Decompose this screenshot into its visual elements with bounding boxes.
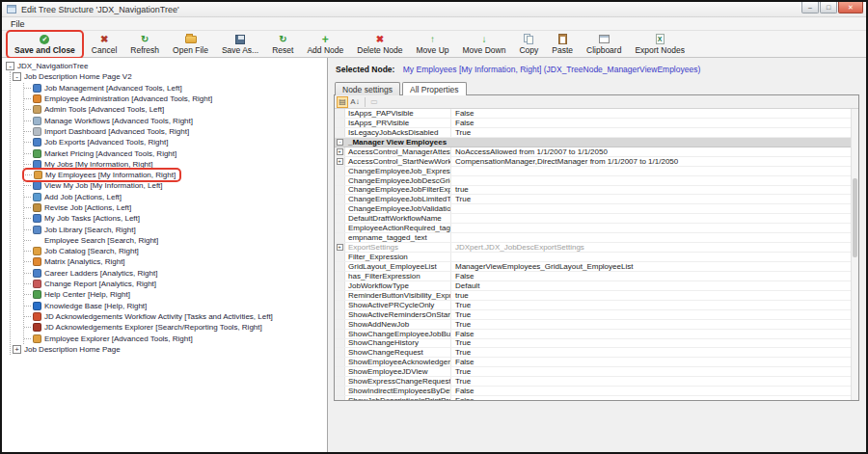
tree-node-admin-tools-advanced-tools-left-[interactable]: Admin Tools [Advanced Tools, Left] bbox=[24, 104, 327, 115]
property-row[interactable]: ChangeEmployeeJobFilterExpressiontrue bbox=[335, 186, 851, 196]
tree-node-job-description-home-page[interactable]: +Job Description Home Page bbox=[13, 344, 327, 355]
tree-node-change-report-analytics-right-[interactable]: Change Report [Analytics, Right] bbox=[24, 279, 327, 289]
menu-file[interactable]: File bbox=[9, 19, 27, 29]
tree-node-job-management-advanced-tools-left-[interactable]: Job Management [Advanced Tools, Left] bbox=[24, 83, 327, 93]
property-row[interactable]: JobWorkflowTypeDefault bbox=[335, 281, 851, 291]
expand-icon[interactable]: + bbox=[337, 148, 343, 155]
expand-icon[interactable]: + bbox=[13, 345, 21, 354]
tree-node-knowledge-base-help-right-[interactable]: Knowledge Base [Help, Right] bbox=[24, 301, 327, 311]
property-row[interactable]: +AccessControl_ManagerAttestationNoAcces… bbox=[335, 147, 851, 157]
property-row[interactable]: EmployeeActionRequired_tagged_text bbox=[335, 224, 851, 233]
scrollbar-thumb[interactable] bbox=[853, 178, 857, 257]
tree-node-revise-job-actions-left-[interactable]: Revise Job [Actions, Left] bbox=[24, 202, 327, 213]
tree-node-manage-workflows-advanced-tools-right-[interactable]: Manage Workflows [Advanced Tools, Right] bbox=[24, 115, 327, 125]
title-bar[interactable]: Edit Tree Structure 'JDX_NavigationTree'… bbox=[2, 2, 866, 17]
move-down-button[interactable]: ↓Move Down bbox=[456, 32, 513, 57]
property-row[interactable]: ShowEmployeeAcknowledgementTabPageFalse bbox=[335, 358, 851, 367]
tree-node-my-jobs-my-information-right-[interactable]: My Jobs [My Information, Right] bbox=[24, 159, 327, 170]
tree-node-my-job-tasks-actions-left-[interactable]: My Job Tasks [Actions, Left] bbox=[24, 213, 327, 224]
alphabetical-sort-icon[interactable]: A↓ bbox=[349, 96, 361, 108]
property-row[interactable]: has_FilterExpressionFalse bbox=[335, 272, 851, 281]
tree-node-my-employees-my-information-right-[interactable]: My Employees [My Information, Right] bbox=[24, 170, 179, 180]
collapse-icon[interactable]: - bbox=[13, 72, 21, 81]
open-file-button[interactable]: Open File bbox=[166, 32, 215, 57]
property-row[interactable]: ChangeEmployeeJob_Expression bbox=[335, 167, 851, 176]
property-grid: IsApps_PAPVisibleFalseIsApps_PRVisibleFa… bbox=[335, 109, 858, 401]
property-row[interactable]: ShowActiveRemindersOnStartupTrue bbox=[335, 310, 851, 320]
property-row[interactable]: +ExportSettingsJDXpert.JDX_JobDescExport… bbox=[335, 243, 851, 253]
tree-node-market-pricing-advanced-tools-right-[interactable]: Market Pricing [Advanced Tools, Right] bbox=[24, 147, 327, 158]
tree-node-import-dashboard-advanced-tools-right-[interactable]: Import Dashboard [Advanced Tools, Right] bbox=[24, 126, 327, 137]
collapse-icon[interactable]: - bbox=[6, 62, 14, 70]
property-row[interactable]: DefaultDraftWorkflowName bbox=[335, 214, 851, 224]
refresh-button[interactable]: ↻Refresh bbox=[123, 32, 166, 57]
property-row[interactable]: IsLegacyJobAcksDisabledTrue bbox=[335, 128, 851, 138]
move-up-button[interactable]: ↑Move Up bbox=[410, 32, 456, 57]
expand-icon[interactable]: + bbox=[337, 158, 343, 165]
property-row[interactable]: ShowExpressChangeRequestTrue bbox=[335, 377, 851, 387]
tab-node-settings[interactable]: Node settings bbox=[335, 82, 400, 95]
categorized-icon[interactable]: ▤ bbox=[337, 96, 348, 108]
property-row[interactable]: ShowActivePRCycleOnlyTrue bbox=[335, 301, 851, 310]
save-as--button[interactable]: Save As... bbox=[215, 32, 265, 57]
tree-node-career-ladders-analytics-right-[interactable]: Career Ladders [Analytics, Right] bbox=[24, 268, 327, 279]
tree-node-matrix-analytics-right-[interactable]: Matrix [Analytics, Right] bbox=[24, 256, 327, 267]
clipboard-button[interactable]: Clipboard bbox=[580, 32, 628, 57]
tree-node-job-description-home-page-v2[interactable]: -Job Description Home Page V2 bbox=[13, 71, 327, 82]
row-gutter bbox=[335, 320, 345, 329]
tree-node-employee-explorer-advanced-tools-right-[interactable]: Employee Explorer [Advanced Tools, Right… bbox=[24, 333, 327, 343]
add-node-button[interactable]: +Add Node bbox=[300, 32, 350, 57]
open-file-icon bbox=[185, 34, 197, 45]
property-row[interactable]: ShowChangeEmployeeJobButtonFalse bbox=[335, 330, 851, 339]
tree-node-job-library-search-right-[interactable]: Job Library [Search, Right] bbox=[24, 224, 327, 234]
tree-node-job-catalog-search-right-[interactable]: Job Catalog [Search, Right] bbox=[24, 246, 327, 256]
property-row[interactable]: GridLayout_EmployeeListManagerViewEmploy… bbox=[335, 262, 851, 272]
close-icon[interactable]: ✕ bbox=[838, 2, 863, 13]
reset-button[interactable]: ↻Reset bbox=[265, 32, 300, 57]
property-row[interactable]: ReminderButtonVisibility_Expressiontrue bbox=[335, 291, 851, 301]
property-row[interactable]: +AccessControl_StartNewWorkflowCompensat… bbox=[335, 157, 851, 167]
property-row[interactable]: ShowJobDescriptionInPrintPreviewModeFals… bbox=[335, 396, 851, 401]
property-row[interactable]: ChangeEmployeeJobValidationExpression bbox=[335, 204, 851, 214]
tree-node-view-my-job-my-information-left-[interactable]: View My Job [My Information, Left] bbox=[24, 180, 327, 191]
expand-icon[interactable]: + bbox=[337, 244, 343, 251]
tree-node-jdx-navigationtree[interactable]: -JDX_NavigationTree bbox=[6, 61, 327, 71]
property-row[interactable]: ShowChangeRequestTrue bbox=[335, 348, 851, 358]
property-row[interactable]: empname_tagged_text bbox=[335, 233, 851, 243]
save-and-close-icon: ✔ bbox=[40, 34, 49, 45]
tab-all-properties[interactable]: All Properties bbox=[402, 82, 467, 95]
collapse-icon[interactable]: - bbox=[337, 139, 343, 146]
property-row[interactable]: ShowEmployeeJDViewTrue bbox=[335, 367, 851, 377]
delete-node-button[interactable]: ✖Delete Node bbox=[350, 32, 409, 57]
property-pages-icon[interactable]: ▭ bbox=[368, 96, 380, 108]
export-nodes-button[interactable]: XExport Nodes bbox=[628, 32, 692, 57]
property-name: EmployeeActionRequired_tagged_text bbox=[345, 224, 451, 232]
tree-node-jd-acknowledgements-explorer-search-repo[interactable]: JD Acknowledgements Explorer [Search/Rep… bbox=[24, 322, 327, 333]
property-grid-scrollbar[interactable] bbox=[851, 109, 858, 401]
tree-node-help-center-help-right-[interactable]: Help Center [Help, Right] bbox=[24, 289, 327, 300]
save-and-close-button[interactable]: ✔Save and Close bbox=[8, 32, 82, 57]
tree-node-jd-acknowledgements-workflow-activity-ta[interactable]: JD Acknowledgements Workflow Activity [T… bbox=[24, 311, 327, 322]
tree-node-job-exports-advanced-tools-right-[interactable]: Job Exports [Advanced Tools, Right] bbox=[24, 137, 327, 147]
reset-icon: ↻ bbox=[279, 34, 286, 45]
property-row[interactable]: ChangeEmployeeJobLimitedToChildJobsTrue bbox=[335, 195, 851, 204]
property-row[interactable]: ShowIndirectEmployeesByDefaultFalse bbox=[335, 387, 851, 396]
view-my-job-icon bbox=[33, 181, 41, 190]
property-row[interactable]: ChangeEmployeeJobDescGridLayout bbox=[335, 176, 851, 186]
copy-button[interactable]: Copy bbox=[512, 32, 545, 57]
property-row[interactable]: IsApps_PAPVisibleFalse bbox=[335, 109, 851, 119]
tree-node-employee-administration-advanced-tools-r[interactable]: Employee Administration [Advanced Tools,… bbox=[24, 93, 327, 104]
cancel-icon: ✖ bbox=[100, 34, 108, 45]
cancel-button[interactable]: ✖Cancel bbox=[85, 32, 123, 57]
tree-node-add-job-actions-left-[interactable]: Add Job [Actions, Left] bbox=[24, 192, 327, 202]
tree-node-employee-search-search-right-[interactable]: Employee Search [Search, Right] bbox=[24, 235, 327, 246]
minimize-icon[interactable]: – bbox=[801, 2, 819, 13]
property-value: ManagerViewEmployees_GridLayout_Employee… bbox=[451, 262, 851, 271]
paste-button[interactable]: Paste bbox=[545, 32, 580, 57]
maximize-icon[interactable]: □ bbox=[820, 2, 837, 13]
property-row[interactable]: ShowAddNewJobTrue bbox=[335, 320, 851, 330]
property-row[interactable]: ShowChangeHistoryTrue bbox=[335, 339, 851, 349]
property-category-row[interactable]: -_Manager View Employees bbox=[335, 138, 851, 147]
property-row[interactable]: Filter_Expression bbox=[335, 253, 851, 262]
property-row[interactable]: IsApps_PRVisibleFalse bbox=[335, 119, 851, 128]
